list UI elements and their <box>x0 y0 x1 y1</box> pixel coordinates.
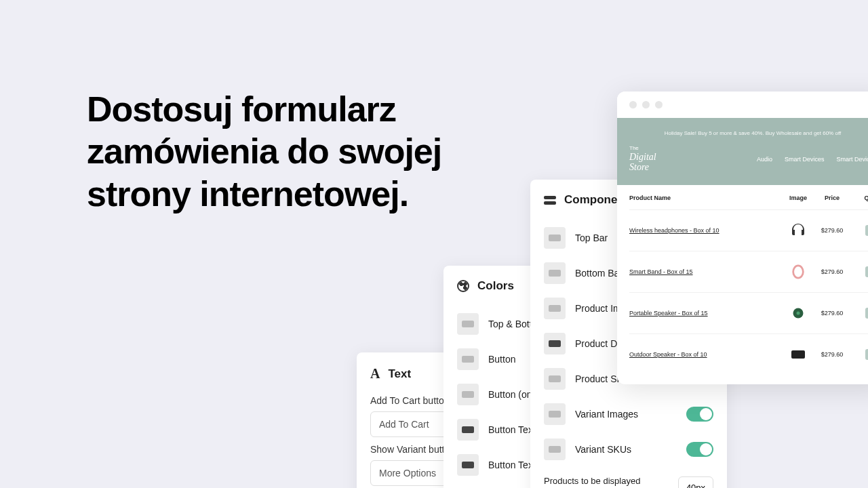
product-row: Wireless headphones - Box of 10 $279.60 … <box>629 209 868 251</box>
qty-decrement-button[interactable]: − <box>865 266 868 277</box>
colors-panel-title: Colors <box>477 279 514 293</box>
col-image: Image <box>781 195 815 201</box>
component-icon <box>544 298 566 319</box>
product-name-link[interactable]: Portable Speaker - Box of 15 <box>629 310 781 317</box>
product-image <box>781 262 815 281</box>
component-item-label: Bottom Bar <box>575 268 623 279</box>
toggle-label: Variant Images <box>575 409 638 420</box>
color-item-label: Button <box>488 354 515 365</box>
product-price: $279.60 <box>815 227 849 234</box>
component-item-label: Top Bar <box>575 232 608 243</box>
store-logo: The Digital Store <box>629 146 656 173</box>
product-image <box>781 345 815 364</box>
toggle-row: Variant SKUs <box>544 432 713 467</box>
qty-decrement-button[interactable]: − <box>865 349 868 360</box>
text-icon <box>370 366 380 382</box>
products-per-page-label: Products to be displayed in one page (ma… <box>544 475 646 488</box>
qty-decrement-button[interactable]: − <box>865 225 868 236</box>
color-swatch-icon <box>457 348 479 370</box>
component-icon <box>544 403 566 425</box>
nav-link[interactable]: Audio <box>757 156 772 163</box>
col-price: Price <box>815 195 849 201</box>
product-name-link[interactable]: Outdoor Speaker - Box of 10 <box>629 351 781 358</box>
color-swatch-icon <box>457 419 479 441</box>
toggle-label: Variant SKUs <box>575 444 631 455</box>
svg-point-2 <box>797 311 800 314</box>
color-swatch-icon <box>457 384 479 405</box>
component-icon <box>544 262 566 284</box>
product-row: Outdoor Speaker - Box of 10 $279.60 − <box>629 333 868 375</box>
color-swatch-icon <box>457 454 479 476</box>
toggle-switch[interactable] <box>686 407 713 422</box>
window-dot <box>629 101 637 108</box>
window-dot <box>642 101 650 108</box>
toggle-switch[interactable] <box>686 442 713 457</box>
window-dot <box>655 101 663 108</box>
text-panel-title: Text <box>388 367 411 381</box>
window-controls <box>617 92 868 118</box>
product-name-link[interactable]: Smart Band - Box of 15 <box>629 268 781 275</box>
store-header: Holiday Sale! Buy 5 or more & save 40%. … <box>617 118 868 185</box>
qty-decrement-button[interactable]: − <box>865 308 868 319</box>
products-table: Product Name Image Price Qua Wireless he… <box>617 185 868 384</box>
product-price: $279.60 <box>815 268 849 275</box>
product-price: $279.60 <box>815 310 849 317</box>
product-row: Portable Speaker - Box of 15 $279.60 − <box>629 292 868 333</box>
component-icon <box>544 333 566 354</box>
products-per-page-input[interactable] <box>678 476 713 488</box>
product-row: Smart Band - Box of 15 $279.60 − <box>629 251 868 292</box>
col-product-name: Product Name <box>629 195 781 201</box>
nav-link[interactable]: Smart Devices <box>785 156 825 163</box>
color-swatch-icon <box>457 313 479 335</box>
components-icon <box>544 196 556 205</box>
col-quantity: Qua <box>849 195 868 201</box>
store-nav-links: AudioSmart DevicesSmart Devices <box>757 156 868 163</box>
component-icon <box>544 439 566 460</box>
component-icon <box>544 227 566 249</box>
component-icon <box>544 368 566 390</box>
product-image <box>781 221 815 240</box>
toggle-row: Variant Images <box>544 396 713 432</box>
palette-icon <box>457 280 469 292</box>
color-item-label: Button Text <box>488 424 536 435</box>
promo-banner: Holiday Sale! Buy 5 or more & save 40%. … <box>629 130 868 136</box>
svg-point-0 <box>793 265 804 277</box>
nav-link[interactable]: Smart Devices <box>836 156 868 163</box>
page-headline: Dostosuj formularz zamówienia do swojej … <box>87 88 494 215</box>
table-header-row: Product Name Image Price Qua <box>629 195 868 209</box>
store-preview-window: Holiday Sale! Buy 5 or more & save 40%. … <box>617 92 868 384</box>
product-image <box>781 304 815 323</box>
svg-rect-3 <box>791 350 805 359</box>
product-price: $279.60 <box>815 351 849 358</box>
product-name-link[interactable]: Wireless headphones - Box of 10 <box>629 227 781 234</box>
